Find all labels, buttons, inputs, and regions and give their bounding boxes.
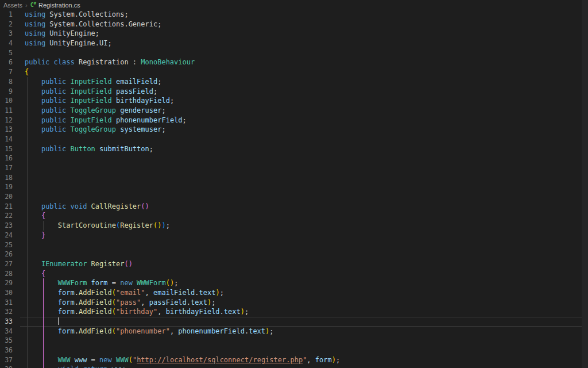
line-number[interactable]: 30	[0, 288, 20, 298]
breadcrumb-item-file[interactable]: Registration.cs	[38, 2, 80, 9]
code-line[interactable]: 7{	[0, 67, 588, 77]
code-text[interactable]: form.AddField("pass", passField.text);	[20, 298, 588, 308]
line-number[interactable]: 20	[0, 192, 20, 202]
code-line[interactable]: 32 form.AddField("birthday", birthdayFie…	[0, 307, 588, 317]
code-text[interactable]: {	[20, 269, 588, 279]
code-text[interactable]: form.AddField("email", emailField.text);	[20, 288, 588, 298]
code-line[interactable]: 12 public InputField phonenumberField;	[0, 116, 588, 125]
code-line[interactable]: 8 public InputField emailField;	[0, 77, 588, 87]
line-number[interactable]: 25	[0, 240, 20, 250]
editor-scrollbar[interactable]	[582, 0, 588, 368]
line-number[interactable]: 28	[0, 269, 20, 279]
line-number[interactable]: 11	[0, 106, 20, 116]
line-number[interactable]: 37	[0, 355, 20, 365]
code-text[interactable]	[20, 317, 588, 327]
code-line[interactable]: 11 public ToggleGroup genderuser;	[0, 106, 588, 116]
code-text[interactable]: public Button submitButton;	[20, 144, 588, 154]
line-number[interactable]: 8	[0, 77, 20, 87]
code-line[interactable]: 4using UnityEngine.UI;	[0, 39, 588, 48]
code-line[interactable]: 35	[0, 336, 588, 346]
line-number[interactable]: 27	[0, 259, 20, 269]
line-number[interactable]: 12	[0, 116, 20, 125]
line-number[interactable]: 36	[0, 346, 20, 355]
code-text[interactable]: {	[20, 211, 588, 221]
code-line[interactable]: 2using System.Collections.Generic;	[0, 20, 588, 29]
code-line[interactable]: 5	[0, 48, 588, 58]
line-number[interactable]: 1	[0, 10, 20, 20]
code-line[interactable]: 16	[0, 154, 588, 163]
code-line[interactable]: 37 WWW www = new WWW("http://localhost/s…	[0, 355, 588, 365]
line-number[interactable]: 26	[0, 250, 20, 259]
line-number[interactable]: 35	[0, 336, 20, 346]
line-number[interactable]: 6	[0, 57, 20, 67]
code-line[interactable]: 26	[0, 250, 588, 259]
code-line[interactable]: 34 form.AddField("phonenumber", phonenum…	[0, 327, 588, 336]
code-text[interactable]: using System.Collections;	[20, 10, 588, 20]
line-number[interactable]: 23	[0, 221, 20, 231]
code-line[interactable]: 14	[0, 135, 588, 144]
line-number[interactable]: 19	[0, 182, 20, 192]
line-number[interactable]: 32	[0, 307, 20, 317]
code-text[interactable]: public ToggleGroup genderuser;	[20, 106, 588, 116]
line-number[interactable]: 15	[0, 144, 20, 154]
code-line[interactable]: 24 }	[0, 231, 588, 240]
code-line[interactable]: 1using System.Collections;	[0, 10, 588, 20]
code-text[interactable]: public InputField phonenumberField;	[20, 116, 588, 125]
code-text[interactable]: WWW www = new WWW("http://localhost/sqlc…	[20, 355, 588, 365]
line-number[interactable]: 34	[0, 327, 20, 336]
line-number[interactable]: 14	[0, 135, 20, 144]
code-line[interactable]: 31 form.AddField("pass", passField.text)…	[0, 298, 588, 308]
code-line[interactable]: 18	[0, 173, 588, 183]
line-number[interactable]: 29	[0, 278, 20, 288]
code-text[interactable]: StartCoroutine(Register());	[20, 221, 588, 231]
code-line[interactable]: 19	[0, 182, 588, 192]
code-line[interactable]: 36	[0, 346, 588, 355]
code-line[interactable]: 27 IEnumerator Register()	[0, 259, 588, 269]
code-text[interactable]: public InputField emailField;	[20, 77, 588, 87]
line-number[interactable]: 3	[0, 29, 20, 39]
code-text[interactable]: public ToggleGroup systemuser;	[20, 125, 588, 135]
code-text[interactable]: using UnityEngine.UI;	[20, 39, 588, 48]
code-line[interactable]: 15 public Button submitButton;	[0, 144, 588, 154]
code-line[interactable]: 3using UnityEngine;	[0, 29, 588, 39]
code-line[interactable]: 6public class Registration : MonoBehavio…	[0, 57, 588, 67]
code-line[interactable]: 23 StartCoroutine(Register());	[0, 221, 588, 231]
line-number[interactable]: 4	[0, 39, 20, 48]
line-number[interactable]: 33	[0, 317, 20, 327]
line-number[interactable]: 7	[0, 67, 20, 77]
code-line[interactable]: 33	[0, 317, 588, 327]
code-text[interactable]: form.AddField("birthday", birthdayField.…	[20, 307, 588, 317]
code-text[interactable]: public class Registration : MonoBehaviou…	[20, 57, 588, 67]
code-text[interactable]: public InputField birthdayField;	[20, 96, 588, 106]
code-editor[interactable]: 1using System.Collections;2using System.…	[0, 10, 588, 368]
code-line[interactable]: 28 {	[0, 269, 588, 279]
line-number[interactable]: 2	[0, 20, 20, 29]
code-text[interactable]: {	[20, 67, 588, 77]
code-line[interactable]: 10 public InputField birthdayField;	[0, 96, 588, 106]
line-number[interactable]: 5	[0, 48, 20, 58]
line-number[interactable]: 22	[0, 211, 20, 221]
breadcrumb-item-assets[interactable]: Assets	[3, 2, 22, 9]
line-number[interactable]: 31	[0, 298, 20, 308]
line-number[interactable]: 13	[0, 125, 20, 135]
url-link[interactable]: http://localhost/sqlconnect/register.php	[137, 356, 303, 364]
code-text[interactable]: public InputField passField;	[20, 87, 588, 97]
code-text[interactable]: IEnumerator Register()	[20, 259, 588, 269]
line-number[interactable]: 24	[0, 231, 20, 240]
code-line[interactable]: 22 {	[0, 211, 588, 221]
line-number[interactable]: 9	[0, 87, 20, 97]
code-text[interactable]: yield return www;	[20, 365, 588, 368]
code-line[interactable]: 9 public InputField passField;	[0, 87, 588, 97]
code-line[interactable]: 17	[0, 163, 588, 173]
code-line[interactable]: 13 public ToggleGroup systemuser;	[0, 125, 588, 135]
line-number[interactable]: 38	[0, 365, 20, 368]
line-number[interactable]: 17	[0, 163, 20, 173]
code-line[interactable]: 29 WWWForm form = new WWWForm();	[0, 278, 588, 288]
code-text[interactable]: WWWForm form = new WWWForm();	[20, 278, 588, 288]
code-text[interactable]: using System.Collections.Generic;	[20, 20, 588, 29]
line-number[interactable]: 10	[0, 96, 20, 106]
line-number[interactable]: 21	[0, 202, 20, 212]
line-number[interactable]: 16	[0, 154, 20, 163]
code-line[interactable]: 21 public void CallRegister()	[0, 202, 588, 212]
code-line[interactable]: 38 yield return www;	[0, 365, 588, 368]
